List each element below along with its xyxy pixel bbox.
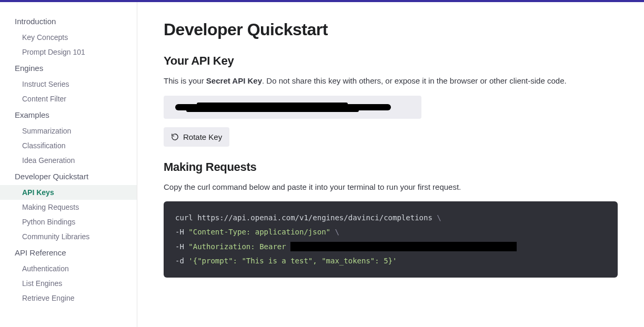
code-line-3-string-pre: "Authorization: Bearer	[188, 242, 290, 251]
nav-item-making-requests[interactable]: Making Requests	[0, 200, 137, 214]
sidebar-nav: Introduction Key Concepts Prompt Design …	[0, 2, 137, 327]
code-backslash-2: \	[335, 228, 339, 236]
nav-list: Introduction Key Concepts Prompt Design …	[0, 13, 137, 305]
nav-item-authentication[interactable]: Authentication	[0, 261, 137, 276]
code-line-4-flag: -d	[175, 257, 188, 265]
nav-item-idea-generation[interactable]: Idea Generation	[0, 153, 137, 168]
page-title: Developer Quickstart	[164, 20, 618, 39]
api-key-display	[164, 96, 421, 119]
nav-item-prompt-design-101[interactable]: Prompt Design 101	[0, 45, 137, 59]
code-line-2-flag: -H	[175, 228, 188, 236]
nav-section-engines[interactable]: Engines	[0, 59, 137, 77]
nav-section-introduction[interactable]: Introduction	[0, 13, 137, 30]
nav-item-list-engines[interactable]: List Engines	[0, 276, 137, 291]
api-key-intro: This is your Secret API Key. Do not shar…	[164, 75, 618, 87]
nav-item-summarization[interactable]: Summarization	[0, 124, 137, 138]
section-heading-api-key: Your API Key	[164, 54, 618, 68]
intro-text-post: . Do not share this key with others, or …	[262, 76, 567, 85]
nav-item-python-bindings[interactable]: Python Bindings	[0, 214, 137, 229]
rotate-icon	[171, 133, 179, 141]
main-content: Developer Quickstart Your API Key This i…	[137, 2, 644, 327]
nav-section-developer-quickstart[interactable]: Developer Quickstart	[0, 168, 137, 185]
code-auth-token-redacted	[290, 242, 517, 251]
nav-section-api-reference[interactable]: API Reference	[0, 244, 137, 261]
nav-item-content-filter[interactable]: Content Filter	[0, 91, 137, 106]
api-key-redacted	[175, 104, 391, 110]
nav-item-instruct-series[interactable]: Instruct Series	[0, 77, 137, 91]
making-requests-intro: Copy the curl command below and paste it…	[164, 181, 618, 193]
rotate-key-button[interactable]: Rotate Key	[164, 127, 229, 147]
code-line-3-flag: -H	[175, 242, 188, 251]
code-backslash-1: \	[437, 213, 441, 222]
intro-text-bold: Secret API Key	[206, 76, 262, 85]
nav-item-community-libraries[interactable]: Community Libraries	[0, 229, 137, 244]
rotate-key-label: Rotate Key	[183, 132, 222, 141]
curl-code-block[interactable]: curl https://api.openai.com/v1/engines/d…	[164, 201, 618, 278]
nav-item-key-concepts[interactable]: Key Concepts	[0, 30, 137, 45]
nav-section-examples[interactable]: Examples	[0, 106, 137, 124]
nav-item-api-keys[interactable]: API Keys	[0, 185, 137, 200]
code-line-4-string: '{"prompt": "This is a test", "max_token…	[188, 257, 397, 265]
code-line-2-string: "Content-Type: application/json"	[188, 228, 330, 236]
intro-text-pre: This is your	[164, 76, 206, 85]
section-heading-making-requests: Making Requests	[164, 160, 618, 174]
nav-item-classification[interactable]: Classification	[0, 138, 137, 153]
nav-item-retrieve-engine[interactable]: Retrieve Engine	[0, 291, 137, 305]
code-line-1: curl https://api.openai.com/v1/engines/d…	[175, 213, 437, 222]
